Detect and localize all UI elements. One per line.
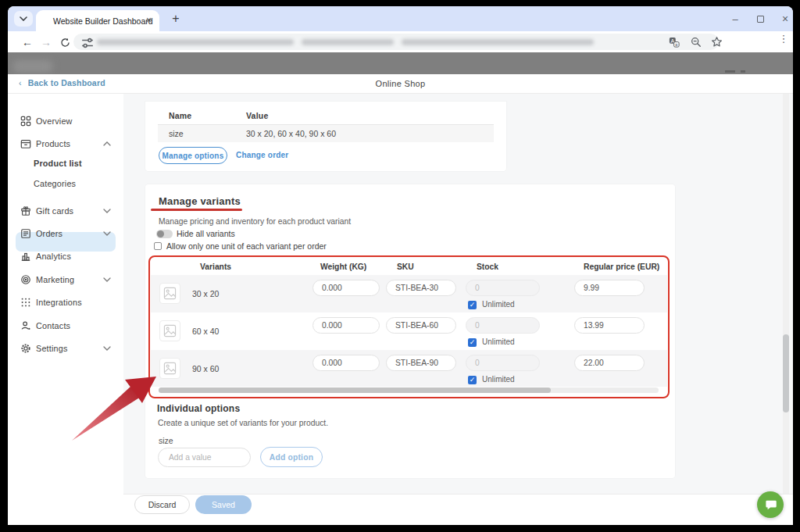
translate-icon[interactable]: Aa	[669, 37, 680, 48]
change-order-link[interactable]: Change order	[236, 151, 288, 159]
bar-chart-icon	[20, 251, 31, 262]
variant-row: 30 x 20 ✓ Unlimited	[151, 275, 667, 312]
chevron-left-icon: ‹	[19, 78, 22, 87]
reload-icon[interactable]	[56, 34, 73, 51]
variant-row: 90 x 60 ✓ Unlimited	[151, 350, 667, 387]
col-header-sku: SKU	[397, 262, 414, 271]
tab-close-icon[interactable]: ×	[146, 15, 152, 26]
variant-thumbnail[interactable]	[159, 283, 180, 304]
weight-input[interactable]	[312, 317, 380, 334]
variant-thumbnail[interactable]	[159, 320, 180, 341]
gift-icon	[20, 205, 31, 216]
add-value-input[interactable]	[158, 448, 251, 467]
browser-tab[interactable]: Website Builder Dashboard ×	[36, 10, 159, 31]
tab-search-button[interactable]	[14, 11, 33, 27]
chat-widget-button[interactable]	[757, 491, 784, 518]
chevron-down-icon	[103, 230, 111, 237]
sidebar-item-overview[interactable]: Overview	[8, 112, 123, 130]
single-unit-checkbox[interactable]	[154, 242, 162, 250]
col-header-price: Regular price (EUR)	[584, 262, 659, 271]
sidebar: Overview Products Product list Categorie…	[8, 94, 123, 525]
option-values: 30 x 20, 60 x 40, 90 x 60	[246, 129, 336, 138]
unlimited-label: Unlimited	[482, 300, 515, 309]
weight-input[interactable]	[312, 355, 380, 371]
variant-name: 60 x 40	[192, 312, 219, 350]
image-placeholder-icon	[163, 287, 177, 300]
bookmark-star-icon[interactable]	[711, 36, 723, 48]
annotation-arrow	[69, 366, 162, 447]
stock-input	[466, 280, 540, 296]
sidebar-item-orders[interactable]: Orders	[8, 225, 123, 242]
col-header-weight: Weight (KG)	[320, 262, 366, 271]
zoom-out-icon[interactable]	[691, 37, 702, 48]
gear-icon	[20, 343, 31, 354]
window-minimize-button[interactable]: –	[725, 11, 745, 27]
toggle-label: Hide all variants	[177, 229, 235, 238]
manage-variants-card: Manage variants Manage pricing and inven…	[145, 184, 675, 478]
unlimited-checkbox[interactable]: ✓	[468, 338, 477, 347]
add-option-button[interactable]: Add option	[260, 447, 323, 467]
svg-text:a: a	[675, 42, 677, 47]
blurred-url-text	[402, 39, 594, 45]
variant-thumbnail[interactable]	[159, 358, 180, 379]
back-to-dashboard-link[interactable]: ‹Back to Dashboard	[19, 78, 105, 87]
manage-options-button[interactable]: Manage options	[159, 147, 227, 164]
back-icon[interactable]: ←	[19, 34, 36, 51]
sku-input[interactable]	[386, 317, 456, 334]
blurred-logo	[12, 60, 53, 73]
unlimited-checkbox[interactable]: ✓	[468, 301, 477, 309]
check-icon: ✓	[470, 376, 476, 384]
sidebar-item-gift-cards[interactable]: Gift cards	[8, 202, 123, 220]
blur-artifact	[741, 70, 745, 73]
sidebar-item-integrations[interactable]: Integrations	[8, 294, 123, 311]
price-input[interactable]	[574, 317, 645, 334]
price-input[interactable]	[574, 355, 645, 371]
chevron-down-icon	[103, 345, 111, 352]
col-header-stock: Stock	[477, 262, 498, 271]
chevron-down-icon	[20, 16, 27, 21]
site-settings-tune-icon[interactable]	[81, 37, 94, 49]
column-header-name: Name	[169, 111, 191, 120]
toggle-knob	[157, 230, 164, 237]
blur-artifact	[725, 70, 735, 73]
browser-menu-icon[interactable]: ⋮	[777, 33, 791, 45]
section-title: Manage variants	[159, 195, 241, 207]
weight-input[interactable]	[312, 280, 380, 296]
sidebar-item-contacts[interactable]: Contacts	[8, 317, 123, 334]
saved-button[interactable]: Saved	[195, 495, 252, 514]
sidebar-item-products[interactable]: Products	[8, 135, 123, 152]
price-input[interactable]	[574, 280, 645, 296]
annotation-red-underline	[151, 209, 242, 211]
url-bar[interactable]: Aa	[73, 34, 719, 50]
window-close-button[interactable]: ×	[775, 11, 793, 27]
sku-input[interactable]	[386, 280, 456, 296]
option-summary-card: Name Value size 30 x 20, 60 x 40, 90 x 6…	[145, 102, 506, 171]
sku-input[interactable]	[386, 355, 456, 371]
page-scrollbar-thumb[interactable]	[783, 334, 789, 412]
forward-icon: →	[38, 34, 55, 51]
check-icon: ✓	[470, 338, 476, 346]
archive-box-icon	[20, 138, 31, 149]
dots-grid-icon	[20, 297, 31, 308]
horizontal-scrollbar-thumb[interactable]	[159, 387, 551, 393]
sidebar-item-marketing[interactable]: Marketing	[8, 271, 123, 288]
sidebar-item-settings[interactable]: Settings	[8, 340, 123, 357]
section-description: Manage pricing and inventory for each pr…	[159, 217, 351, 226]
unlimited-label: Unlimited	[482, 337, 515, 346]
page-scrollbar-track[interactable]	[783, 94, 789, 525]
stock-input	[466, 355, 540, 371]
sidebar-item-analytics[interactable]: Analytics	[8, 248, 123, 265]
image-placeholder-icon	[163, 324, 177, 337]
chevron-up-icon	[103, 140, 111, 148]
stock-input	[466, 317, 540, 334]
blurred-url-text	[302, 39, 394, 45]
variant-name: 90 x 60	[192, 350, 219, 387]
chevron-down-icon	[103, 276, 111, 284]
discard-button[interactable]: Discard	[134, 495, 190, 514]
new-tab-button[interactable]: +	[166, 9, 186, 28]
target-icon	[20, 274, 31, 285]
sidebar-item-product-list[interactable]: Product list	[8, 155, 123, 172]
sidebar-item-categories[interactable]: Categories	[8, 175, 123, 192]
window-maximize-button[interactable]	[750, 11, 770, 27]
unlimited-checkbox[interactable]: ✓	[468, 376, 477, 384]
